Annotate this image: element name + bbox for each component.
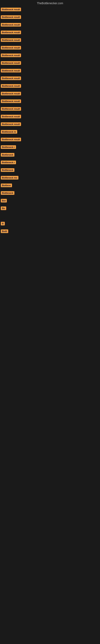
bottleneck-badge: Bottl xyxy=(1,230,8,233)
list-item: Bottleneck result xyxy=(0,36,100,44)
list-item xyxy=(0,212,100,220)
list-item: Bottleneck xyxy=(0,189,100,197)
list-item: B xyxy=(0,220,100,228)
bottleneck-badge: Bottleneck result xyxy=(1,69,21,72)
bottleneck-badge: Bottleneck result xyxy=(1,61,21,65)
bottleneck-badge: Bo xyxy=(1,206,6,210)
list-item: Bottleneck result xyxy=(0,74,100,82)
list-item: Bottleneck result xyxy=(0,113,100,120)
list-item: Bottleneck result xyxy=(0,28,100,36)
bottleneck-badge: Bottleneck r xyxy=(1,160,16,164)
list-item xyxy=(0,235,100,243)
list-item: Bottlene xyxy=(0,182,100,189)
list-item: Bot xyxy=(0,197,100,204)
bottleneck-badge: Bot xyxy=(1,199,7,202)
bottleneck-badge: Bottleneck result xyxy=(1,15,21,19)
bottleneck-badge: Bottleneck result xyxy=(1,30,21,34)
bottleneck-badge: Bottleneck result xyxy=(1,76,21,80)
bottleneck-badge: Bottleneck result xyxy=(1,84,21,88)
list-item: Bottleneck xyxy=(0,151,100,158)
bottleneck-badge: Bottleneck result xyxy=(1,92,21,96)
bottleneck-badge: Bottleneck result xyxy=(1,54,21,57)
list-item: Bottleneck res xyxy=(0,174,100,182)
items-container: Bottleneck resultBottleneck resultBottle… xyxy=(0,6,100,243)
list-item: Bottleneck result xyxy=(0,59,100,67)
bottleneck-badge: Bottleneck re xyxy=(1,130,17,134)
bottleneck-badge: Bottleneck result xyxy=(1,115,21,118)
list-item: Bottleneck result xyxy=(0,52,100,59)
bottleneck-badge: Bottleneck result xyxy=(1,46,21,50)
bottleneck-badge: Bottleneck result xyxy=(1,23,21,26)
list-item: Bottleneck result xyxy=(0,90,100,98)
bottleneck-badge: Bottleneck r xyxy=(1,145,16,149)
bottleneck-badge: Bottleneck res xyxy=(1,176,18,180)
list-item: Bottleneck r xyxy=(0,143,100,151)
list-item: Bottleneck result xyxy=(0,21,100,28)
bottleneck-badge: Bottleneck result xyxy=(1,38,21,42)
bottleneck-badge: Bottleneck result xyxy=(1,138,21,141)
list-item: Bottleneck result xyxy=(0,82,100,90)
list-item: Bottleneck result xyxy=(0,6,100,13)
list-item: Bottleneck result xyxy=(0,136,100,143)
bottleneck-badge: Bottleneck result xyxy=(1,100,21,103)
bottleneck-badge: Bottleneck xyxy=(1,168,14,172)
list-item: Bottleneck result xyxy=(0,67,100,74)
list-item: Bottleneck result xyxy=(0,120,100,128)
list-item: Bottl xyxy=(0,228,100,235)
bottleneck-badge: Bottleneck xyxy=(1,191,14,195)
list-item: Bottleneck result xyxy=(0,98,100,105)
bottleneck-badge: Bottleneck result xyxy=(1,107,21,111)
list-item: Bottleneck result xyxy=(0,13,100,21)
site-title: TheBottlenecker.com xyxy=(0,0,100,6)
list-item: Bottleneck r xyxy=(0,158,100,166)
bottleneck-badge: Bottleneck result xyxy=(1,122,21,126)
list-item: Bottleneck re xyxy=(0,128,100,136)
site-header: TheBottlenecker.com xyxy=(0,0,100,6)
list-item: Bo xyxy=(0,204,100,212)
list-item: Bottleneck result xyxy=(0,105,100,113)
bottleneck-badge: B xyxy=(1,222,5,226)
bottleneck-badge: Bottleneck result xyxy=(1,8,21,11)
bottleneck-badge: Bottleneck xyxy=(1,153,14,156)
list-item: Bottleneck result xyxy=(0,44,100,52)
bottleneck-badge: Bottlene xyxy=(1,184,12,187)
list-item: Bottleneck xyxy=(0,166,100,174)
